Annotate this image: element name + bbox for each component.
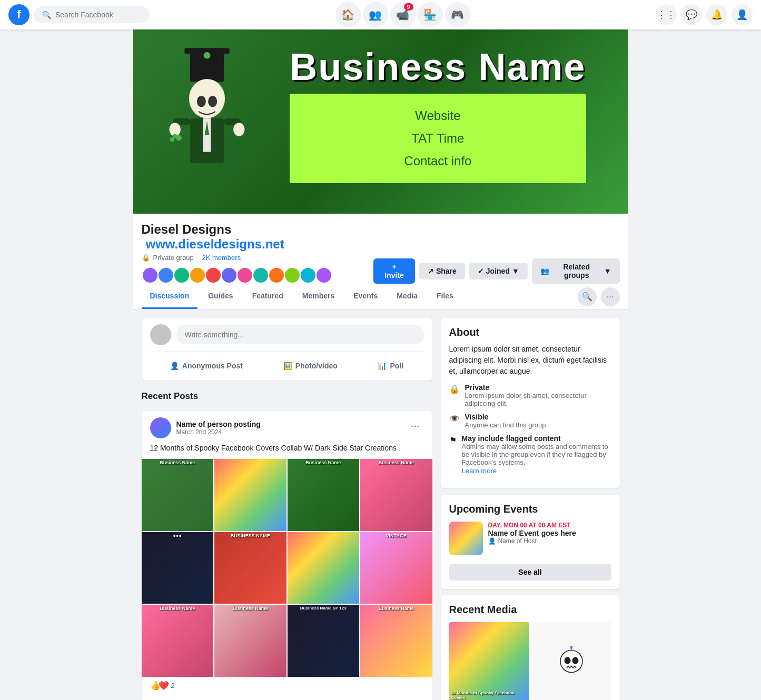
- comment-button[interactable]: 💬 Comment: [240, 696, 334, 701]
- cover-info-line-1: Website: [311, 104, 565, 127]
- group-name: Diesel Designs www.dieseldesigns.net: [142, 222, 374, 252]
- post-user-avatar: [150, 417, 171, 438]
- invite-button[interactable]: + Invite: [373, 258, 415, 284]
- about-flagged-item: ⚑ May include flagged content Admins may…: [449, 434, 611, 475]
- people-icon: 👥: [540, 267, 549, 275]
- member-avatar: [189, 267, 206, 284]
- post-header: Name of person posting March 2nd 2024 ··…: [142, 411, 432, 443]
- private-desc: Lorem ipsum dolor sit amet, consectetur …: [465, 392, 611, 407]
- upcoming-events-card: Upcoming Events DAY, MON 00 AT 00 AM EST…: [441, 495, 620, 589]
- member-avatar: [284, 267, 301, 284]
- tab-files[interactable]: Files: [428, 284, 462, 309]
- event-name[interactable]: Name of Event goes here: [488, 529, 576, 537]
- svg-point-12: [233, 123, 244, 136]
- page-wrapper: Business Name Website TAT Time Contact i…: [0, 29, 761, 700]
- search-tab-button[interactable]: 🔍: [578, 287, 597, 306]
- flag-icon: ⚑: [449, 435, 457, 445]
- see-all-events-button[interactable]: See all: [449, 564, 611, 581]
- svg-point-5: [208, 96, 217, 107]
- account-menu-button[interactable]: 👤: [732, 4, 753, 25]
- group-name-area: Diesel Designs www.dieseldesigns.net 🔒 P…: [142, 222, 374, 284]
- poll-icon: 📊: [378, 362, 387, 370]
- search-box[interactable]: 🔍: [34, 6, 150, 23]
- group-website-link[interactable]: www.dieseldesigns.net: [146, 237, 284, 251]
- media-thumb-2[interactable]: [531, 622, 611, 700]
- right-column: About Lorem ipsum dolor sit amet, consec…: [441, 318, 620, 700]
- tab-events[interactable]: Events: [345, 284, 386, 309]
- actions-row: Diesel Designs www.dieseldesigns.net 🔒 P…: [142, 222, 620, 284]
- gaming-button[interactable]: 🎮: [445, 2, 470, 27]
- svg-point-16: [560, 651, 582, 673]
- post-image-12[interactable]: Business Name: [360, 605, 432, 677]
- member-avatar: [268, 267, 285, 284]
- post-image-5[interactable]: ●●●: [142, 532, 214, 604]
- skull-svg: [556, 646, 587, 678]
- photo-icon: 🖼️: [283, 362, 292, 370]
- svg-point-2: [203, 52, 210, 59]
- post-footer-actions: 👍 Like 💬 Comment ➤ Send ▼: [142, 694, 432, 701]
- dot-separator: ·: [197, 254, 199, 262]
- joined-button[interactable]: ✓ Joined ▼: [469, 263, 528, 279]
- cover-info-line-2: TAT Time: [311, 127, 565, 149]
- tab-media[interactable]: Media: [388, 284, 426, 309]
- post-image-10[interactable]: Business Name: [214, 605, 286, 677]
- notifications-button[interactable]: 🔔: [706, 4, 727, 25]
- post-image-8[interactable]: VINTAGE: [360, 532, 432, 604]
- anonymous-post-button[interactable]: 👤 Anonymous Post: [162, 357, 251, 374]
- post-input-row: [150, 324, 424, 345]
- event-date: DAY, MON 00 AT 00 AM EST: [488, 522, 576, 529]
- related-groups-button[interactable]: 👥 Related groups ▼: [532, 258, 620, 284]
- like-button[interactable]: 👍 Like: [146, 696, 240, 701]
- post-input[interactable]: [176, 325, 424, 344]
- learn-more-link[interactable]: Learn more: [462, 467, 497, 475]
- search-input[interactable]: [55, 11, 141, 19]
- post-image-11[interactable]: Business Name SP 123: [288, 605, 360, 677]
- lock-icon: 🔒: [142, 254, 150, 262]
- friends-button[interactable]: 👥: [363, 2, 388, 27]
- send-button[interactable]: ➤ Send ▼: [334, 696, 428, 701]
- facebook-logo[interactable]: f: [8, 4, 29, 25]
- cover-info-line-3: Contact info: [311, 149, 565, 172]
- post-image-1[interactable]: Business Name: [142, 459, 214, 531]
- tab-featured[interactable]: Featured: [244, 284, 292, 309]
- member-avatar: [221, 267, 238, 284]
- post-image-7[interactable]: [288, 532, 360, 604]
- svg-point-18: [572, 657, 578, 664]
- tab-discussion[interactable]: Discussion: [142, 284, 198, 309]
- messenger-button[interactable]: 💬: [681, 4, 702, 25]
- video-badge: 9: [404, 3, 413, 11]
- visible-desc: Anyone can find this group.: [465, 421, 548, 429]
- post-composer-box: 👤 Anonymous Post 🖼️ Photo/video 📊 Poll: [142, 318, 432, 381]
- post-image-2[interactable]: [214, 459, 286, 531]
- tab-guides[interactable]: Guides: [200, 284, 241, 309]
- checkmark-icon: ✓: [478, 267, 484, 275]
- private-title: Private: [465, 383, 611, 392]
- member-avatar: [252, 267, 269, 284]
- post-image-3[interactable]: Business Name: [288, 459, 360, 531]
- media-thumb-1[interactable]: 12 Months of Spooky Facebook Covers: [449, 622, 529, 700]
- tabs-bar: Discussion Guides Featured Members Event…: [133, 284, 628, 309]
- more-tab-button[interactable]: ···: [601, 287, 620, 306]
- about-private-item: 🔒 Private Lorem ipsum dolor sit amet, co…: [449, 383, 611, 407]
- poll-button[interactable]: 📊 Poll: [369, 357, 412, 374]
- tab-members[interactable]: Members: [294, 284, 343, 309]
- post-image-4[interactable]: Business Name: [360, 459, 432, 531]
- photo-video-button[interactable]: 🖼️ Photo/video: [275, 357, 346, 374]
- grid-menu-button[interactable]: ⋮⋮: [656, 4, 677, 25]
- post-more-button[interactable]: ···: [407, 417, 424, 434]
- private-lock-icon: 🔒: [449, 384, 460, 394]
- recent-posts-label: Recent Posts: [142, 387, 432, 405]
- media-title: Recent Media: [449, 604, 611, 616]
- nav-center: 🏠 👥 📹 9 🏪 🎮: [335, 2, 470, 27]
- post-image-9[interactable]: Business Name: [142, 605, 214, 677]
- home-button[interactable]: 🏠: [335, 2, 361, 27]
- post-reactions: 👍 ❤️ 2: [142, 677, 432, 694]
- member-count-link[interactable]: 2K members: [202, 254, 241, 262]
- share-button[interactable]: ↗ Share: [419, 263, 465, 279]
- marketplace-button[interactable]: 🏪: [418, 2, 443, 27]
- cover-container: Business Name Website TAT Time Contact i…: [133, 29, 628, 214]
- post-image-6[interactable]: BUSINESS NAME: [214, 532, 286, 604]
- recent-media-card: Recent Media 12 Months of Spooky Faceboo…: [441, 595, 620, 700]
- post-user-name[interactable]: Name of person posting: [176, 420, 261, 428]
- video-button[interactable]: 📹 9: [390, 2, 416, 27]
